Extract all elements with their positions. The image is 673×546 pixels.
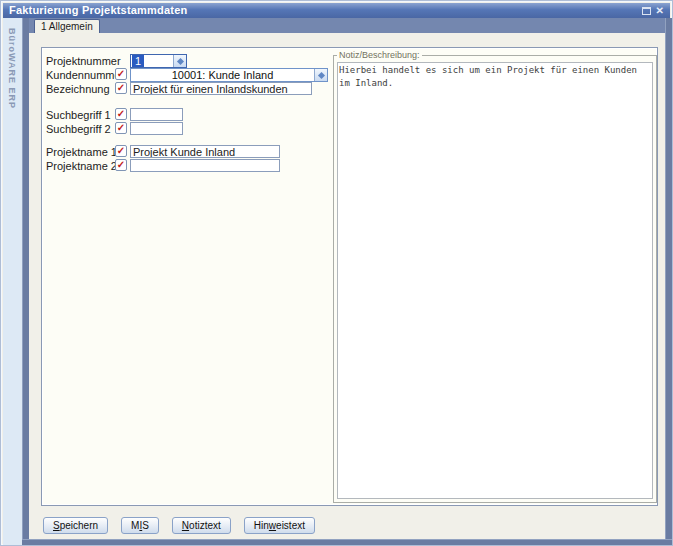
frame-border-right [665,18,672,539]
kundennummer-combo[interactable]: 10001: Kunde Inland [130,68,328,82]
check-icon: ✓ [116,146,126,156]
frame-border-bottom [22,539,672,545]
button-row: Speichern MIS Notiztext Hinweistext [43,517,315,534]
dropdown-button[interactable] [314,69,327,81]
bezeichnung-label: Bezeichnung [46,83,110,95]
suchbegriff2-checkbox[interactable]: ✓ [115,122,127,134]
close-icon[interactable]: ✕ [656,6,664,15]
window-title: Fakturierung Projektstammdaten [9,4,642,17]
bezeichnung-input[interactable] [130,82,312,95]
notiztext-button[interactable]: Notiztext [172,517,231,534]
titlebar-controls: ✕ [642,6,664,15]
sidebar-strip: BüroWARE ERP [3,18,22,545]
suchbegriff1-label: Suchbegriff 1 [46,109,111,121]
projektname2-label: Projektname 2 [46,160,117,172]
projektnummer-spinner[interactable]: 1 [130,54,187,68]
check-icon: ✓ [116,123,126,133]
speichern-button[interactable]: Speichern [43,517,108,534]
suchbegriff1-input[interactable] [130,108,183,121]
suchbegriff1-checkbox[interactable]: ✓ [115,108,127,120]
suchbegriff2-label: Suchbegriff 2 [46,123,111,135]
kundennummer-label: Kundennummer [46,69,124,81]
projektname1-label: Projektname 1 [46,146,117,158]
titlebar[interactable]: Fakturierung Projektstammdaten ✕ [3,3,670,18]
projektname2-input[interactable] [130,159,280,172]
spinner-diamond-icon [176,57,183,64]
tab-strip: 1 Allgemein [29,18,665,33]
tab-allgemein[interactable]: 1 Allgemein [34,19,100,33]
projektnummer-label: Projektnummer [46,55,121,67]
projektname2-checkbox[interactable]: ✓ [115,159,127,171]
spinner-button[interactable] [173,55,186,67]
hinweistext-button[interactable]: Hinweistext [244,517,315,534]
check-icon: ✓ [116,109,126,119]
form-panel: Projektnummer 1 Kundennummer ✓ 10001: Ku… [41,47,658,506]
frame-border-left [22,18,29,539]
suchbegriff2-input[interactable] [130,122,183,135]
check-icon: ✓ [116,69,126,79]
bezeichnung-checkbox[interactable]: ✓ [115,82,127,94]
kundennummer-value: 10001: Kunde Inland [131,69,314,81]
mis-button[interactable]: MIS [121,517,159,534]
dropdown-diamond-icon [317,71,324,78]
check-icon: ✓ [116,83,126,93]
app-window: Fakturierung Projektstammdaten ✕ BüroWAR… [0,0,673,546]
check-icon: ✓ [116,160,126,170]
notiz-fieldset: Notiz/Beschreibung: Hierbei handelt es s… [333,50,657,503]
projektname1-checkbox[interactable]: ✓ [115,145,127,157]
content-area: 1 Allgemein Projektnummer 1 Kundennummer… [29,18,665,539]
restore-icon[interactable] [642,7,651,15]
kundennummer-checkbox[interactable]: ✓ [115,68,127,80]
notiz-legend: Notiz/Beschreibung: [337,50,422,60]
brand-vertical-label: BüroWARE ERP [7,28,17,109]
projektname1-input[interactable] [130,145,280,158]
notiz-textarea[interactable]: Hierbei handelt es sich um ein Projekt f… [337,62,653,499]
projektnummer-value: 1 [132,55,144,67]
